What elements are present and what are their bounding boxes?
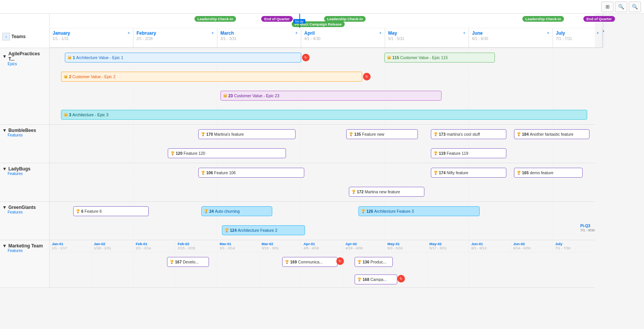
- feature-bar-126[interactable]: 🏆 126 Architecture Feature 3: [358, 206, 480, 216]
- link-icon-epic1[interactable]: ↻: [302, 54, 310, 61]
- month-name-jan: January: [53, 30, 70, 36]
- month-range-feb: 2/1 - 2/28: [137, 37, 156, 41]
- month-name-mar: March: [220, 30, 236, 36]
- trophy-icon-173: 🏆: [434, 132, 438, 136]
- trophy-icon-126: 🏆: [361, 209, 365, 213]
- teams-header-cell: ‹ Teams: [0, 14, 49, 43]
- ladybugs-name: LadyBugs: [8, 166, 31, 172]
- month-name-jun: June: [472, 30, 488, 36]
- today-line: [299, 14, 300, 28]
- month-name-apr: April: [304, 30, 320, 36]
- group-row-agilepractices: ▼ AgilePractices T... Epics: [0, 48, 595, 125]
- feature-bar-136[interactable]: 🏆 136 Produc...: [355, 257, 393, 267]
- submonth-jun02: Jun-02 6/14 - 6/30: [511, 240, 553, 252]
- feature-bar-165[interactable]: 🏆 165 demo feature: [514, 168, 583, 178]
- feature-bar-119[interactable]: 🏆 119 Feature 119: [431, 148, 506, 158]
- zoom-out-btn[interactable]: 🔍: [615, 2, 627, 12]
- feature-bar-6[interactable]: 🏆 6 Feature 6: [73, 206, 149, 216]
- group-label-greengiants: ▼ GreenGiants Features: [0, 202, 50, 240]
- epic-row-3: 👑 3 Architecture - Epic 3: [50, 105, 595, 124]
- epic-bar-3[interactable]: 👑 3 Architecture - Epic 3: [61, 110, 587, 120]
- trophy-icon-184: 🏆: [517, 132, 521, 136]
- trophy-icon-120: 🏆: [170, 151, 175, 155]
- mkt-row-2: 🏆 168 Campa... ↻: [50, 270, 595, 287]
- bumblebees-sub[interactable]: Features: [2, 133, 47, 137]
- epic-bar-115[interactable]: 👑 115 Customer Value - Epic 115: [384, 53, 495, 63]
- add-feb-btn[interactable]: +: [212, 30, 214, 35]
- trophy-icon-170: 🏆: [201, 132, 205, 136]
- agilepractices-collapse-btn[interactable]: ▼ AgilePractices T...: [2, 51, 47, 62]
- month-june: June 6/1 - 6/30 +: [469, 28, 553, 47]
- toolbar: ⊞ 🔍 🔍: [0, 0, 644, 14]
- epic-bar-2[interactable]: 👑 2 Customer Value - Epic 2: [61, 72, 362, 82]
- feature-bar-170[interactable]: 🏆 170 Martina's feature: [198, 129, 296, 139]
- milestone-end-of-quarter[interactable]: End of Quarter: [261, 16, 293, 22]
- marketing-collapse-btn[interactable]: ▼ Marketing Team: [2, 243, 47, 249]
- nav-prev-btn[interactable]: ‹: [2, 33, 10, 40]
- link-icon-epic2[interactable]: ↻: [363, 73, 371, 80]
- add-may-btn[interactable]: +: [463, 30, 466, 35]
- lb-row-1: 🏆 106 Feature 106 🏆 174 Nifty feature 🏆: [50, 163, 595, 182]
- greengiants-collapse-btn[interactable]: ▼ GreenGiants: [2, 205, 47, 210]
- feature-bar-184[interactable]: 🏆 184 Another fantastic feature: [514, 129, 589, 139]
- milestone-leadership-checkin-2[interactable]: Leadership Check-in: [324, 16, 366, 22]
- crown-icon: 👑: [67, 56, 72, 59]
- feature-bar-24[interactable]: 🏆 24 Auto churning: [201, 206, 272, 216]
- trophy-icon-174: 🏆: [434, 171, 438, 175]
- bumblebees-collapse-btn[interactable]: ▼ BumbleBees: [2, 128, 47, 133]
- feature-bar-173[interactable]: 🏆 173 martina's cool stuff: [431, 129, 506, 139]
- agilepractices-content: 👑 1 Architecture Value - Epic 1 ↻ 👑 115 …: [50, 48, 595, 124]
- epic-row-2: 👑 2 Customer Value - Epic 2 ↻: [50, 67, 595, 86]
- milestone-leadership-checkin-3[interactable]: Leadership Check-in: [522, 16, 564, 22]
- trophy-icon-136: 🏆: [357, 260, 361, 264]
- marketing-submonth-headers: Jan-01 1/1 - 1/17 Jan-02 1/18 - 1/31 Feb…: [50, 240, 595, 252]
- feature-bar-172[interactable]: 🏆 172 Martina new feature: [349, 187, 424, 197]
- month-range-jan: 1/1 - 1/31: [53, 37, 70, 41]
- crown-icon-2: 👑: [64, 75, 68, 79]
- agilepractices-sub[interactable]: Epics: [2, 62, 47, 66]
- gg-row-2: 🏆 124 Architecture Feature 2 Pi-Q37/1 - …: [50, 221, 595, 240]
- add-jun-btn[interactable]: +: [547, 30, 549, 35]
- add-jan-btn[interactable]: +: [128, 30, 130, 35]
- feature-bar-168[interactable]: 🏆 168 Campa...: [355, 274, 397, 284]
- trophy-icon-165: 🏆: [517, 171, 521, 175]
- trophy-icon-119: 🏆: [434, 151, 438, 155]
- feature-bar-167[interactable]: 🏆 167 Develo...: [167, 257, 209, 267]
- month-february: February 2/1 - 2/28 +: [133, 28, 217, 47]
- crown-icon-115: 👑: [387, 56, 391, 59]
- ladybugs-sub[interactable]: Features: [2, 172, 47, 176]
- zoom-in-btn[interactable]: 🔍: [629, 2, 641, 12]
- gantt-scroll[interactable]: ‹ Teams Leadership Check-in End of Quart…: [0, 14, 644, 329]
- ladybugs-collapse-btn[interactable]: ▼ LadyBugs: [2, 166, 47, 172]
- chevron-down-icon-lb: ▼: [2, 166, 7, 172]
- milestone-leadership-checkin-1[interactable]: Leadership Check-in: [194, 16, 236, 22]
- grid-view-btn[interactable]: ⊞: [601, 2, 613, 12]
- marketing-sub[interactable]: Features: [2, 249, 47, 253]
- feature-bar-169[interactable]: 🏆 169 Communica...: [282, 257, 337, 267]
- feature-bar-106[interactable]: 🏆 106 Feature 106: [198, 168, 304, 178]
- link-icon-168[interactable]: ↻: [397, 275, 405, 282]
- add-jul-btn[interactable]: +: [597, 30, 599, 35]
- trophy-icon-135: 🏆: [349, 132, 353, 136]
- epic-bar-1[interactable]: 👑 1 Architecture Value - Epic 1: [65, 53, 301, 63]
- add-mar-btn[interactable]: +: [296, 30, 298, 35]
- chevron-down-icon-mkt: ▼: [2, 243, 7, 249]
- link-icon-169[interactable]: ↻: [336, 257, 344, 265]
- mkt-row-1: 🏆 167 Develo... 🏆 169 Communica... ↻: [50, 252, 595, 270]
- trophy-icon-106: 🏆: [201, 171, 205, 175]
- feature-bar-120[interactable]: 🏆 120 Feature 120: [168, 148, 286, 158]
- pi-q3-label: Pi-Q37/1 - 9/30: [580, 224, 595, 232]
- month-range-jun: 6/1 - 6/30: [472, 37, 488, 41]
- submonth-jan01: Jan-01 1/1 - 1/17: [50, 240, 92, 252]
- feature-bar-135[interactable]: 🏆 135 Feature new: [346, 129, 418, 139]
- gantt-inner: ‹ Teams Leadership Check-in End of Quart…: [0, 14, 595, 288]
- chevron-down-icon-gg: ▼: [2, 205, 7, 210]
- greengiants-sub[interactable]: Features: [2, 210, 47, 214]
- feature-bar-124[interactable]: 🏆 124 Architecture Feature 2: [222, 225, 305, 235]
- app-container: ⊞ 🔍 🔍 ‹ Teams: [0, 0, 644, 329]
- milestone-end-of-quarter-2[interactable]: End of Quarter: [583, 16, 615, 22]
- group-label-agilepractices: ▼ AgilePractices T... Epics: [0, 48, 50, 124]
- epic-bar-23[interactable]: 👑 23 Customer Value - Epic 23: [220, 91, 442, 101]
- add-apr-btn[interactable]: +: [379, 30, 382, 35]
- feature-bar-174[interactable]: 🏆 174 Nifty feature: [431, 168, 506, 178]
